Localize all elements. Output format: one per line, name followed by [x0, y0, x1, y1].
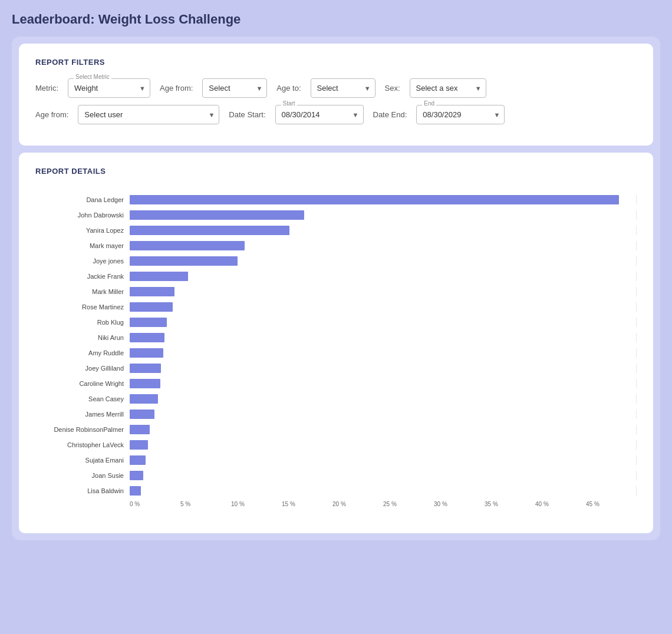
bar-label: Joye jones: [35, 257, 130, 265]
bar-label: Amy Ruddle: [35, 349, 130, 356]
bar-fill: [130, 379, 160, 388]
x-axis: 0 %5 %10 %15 %20 %25 %30 %35 %40 %45 %: [130, 501, 637, 507]
bar-label: Mark Miller: [35, 288, 130, 295]
metric-label: Metric:: [35, 84, 58, 93]
bar-track: [130, 410, 637, 419]
bar-row: Dana Ledger: [35, 193, 637, 206]
bar-fill: [130, 410, 154, 419]
bar-label: Niki Arun: [35, 334, 130, 341]
bar-row: Amy Ruddle: [35, 346, 637, 359]
bar-track: [130, 394, 637, 404]
bar-fill: [130, 241, 245, 250]
bar-track: [130, 226, 637, 235]
user-select[interactable]: Select user: [78, 105, 219, 124]
bar-track: [130, 425, 637, 434]
bar-track: [130, 318, 637, 327]
bar-fill: [130, 364, 161, 373]
x-tick-label: 35 %: [485, 501, 535, 507]
bar-label: Dana Ledger: [35, 196, 130, 203]
x-tick-label: 5 %: [180, 501, 231, 507]
date-end-select[interactable]: 08/30/2029: [416, 105, 505, 124]
bar-fill: [130, 348, 163, 358]
bar-row: Sujata Emani: [35, 454, 637, 467]
bar-label: Joey Gilliland: [35, 365, 130, 372]
chart-area: Dana LedgerJohn DabrowskiYanira LopezMar…: [35, 187, 637, 519]
date-end-float-label: End: [422, 100, 436, 107]
age-from-select[interactable]: Select: [202, 78, 267, 98]
bar-track: [130, 272, 637, 281]
bar-fill: [130, 333, 164, 342]
age-to-select-wrap: Select ▼: [311, 78, 375, 98]
details-title: REPORT DETAILS: [35, 167, 637, 176]
metric-select[interactable]: Weight: [68, 78, 150, 98]
bar-row: Christopher LaVeck: [35, 438, 637, 451]
metric-float-label: Select Metric: [74, 74, 111, 80]
bar-label: Lisa Baldwin: [35, 487, 130, 494]
bar-track: [130, 287, 637, 296]
bar-row: Yanira Lopez: [35, 224, 637, 237]
date-start-label: Date Start:: [229, 110, 265, 119]
bar-label: Rob Klug: [35, 319, 130, 326]
bar-fill: [130, 455, 146, 465]
bar-fill: [130, 302, 173, 312]
bar-track: [130, 302, 637, 312]
bar-row: Sean Casey: [35, 392, 637, 405]
age-to-select[interactable]: Select: [311, 78, 375, 98]
user-select-wrap: Select user ▼: [78, 105, 219, 124]
metric-select-wrap: Select Metric Weight ▼: [68, 78, 150, 98]
bar-fill: [130, 272, 188, 281]
x-tick-label: 10 %: [231, 501, 282, 507]
details-card: REPORT DETAILS Dana LedgerJohn Dabrowski…: [19, 153, 653, 533]
bar-label: Joan Susie: [35, 472, 130, 479]
age-from-label: Age from:: [160, 84, 193, 93]
bar-row: Niki Arun: [35, 331, 637, 344]
bar-label: Caroline Wright: [35, 380, 130, 387]
bar-track: [130, 379, 637, 388]
bar-track: [130, 256, 637, 266]
bar-label: Sean Casey: [35, 395, 130, 402]
bar-track: [130, 210, 637, 220]
bar-row: Mark Miller: [35, 285, 637, 298]
x-tick-label: 20 %: [332, 501, 383, 507]
bar-fill: [130, 287, 174, 296]
age-to-label: Age to:: [276, 84, 301, 93]
bar-row: James Merrill: [35, 408, 637, 421]
page-title: Leaderboard: Weight Loss Challenge: [12, 12, 660, 27]
bar-fill: [130, 486, 141, 496]
bar-fill: [130, 394, 158, 404]
bar-label: Denise RobinsonPalmer: [35, 426, 130, 433]
filters-card: REPORT FILTERS Metric: Select Metric Wei…: [19, 44, 653, 146]
x-tick-label: 45 %: [586, 501, 637, 507]
bar-row: Joye jones: [35, 255, 637, 268]
bar-fill: [130, 210, 304, 220]
bar-row: Rob Klug: [35, 316, 637, 329]
bar-label: James Merrill: [35, 411, 130, 418]
bar-track: [130, 333, 637, 342]
x-tick-label: 30 %: [434, 501, 485, 507]
bar-fill: [130, 440, 148, 450]
bar-label: Mark mayer: [35, 242, 130, 249]
sex-select[interactable]: Select a sex: [410, 78, 486, 98]
bar-track: [130, 455, 637, 465]
bar-row: Rose Martinez: [35, 301, 637, 313]
bar-label: Yanira Lopez: [35, 227, 130, 234]
age-from-select-wrap: Select ▼: [202, 78, 267, 98]
user-label: Age from:: [35, 110, 68, 119]
filter-row-2: Age from: Select user ▼ Date Start: Star…: [35, 105, 637, 124]
date-start-select[interactable]: 08/30/2014: [275, 105, 364, 124]
bar-row: Lisa Baldwin: [35, 484, 637, 497]
bar-row: Caroline Wright: [35, 377, 637, 390]
bar-label: John Dabrowski: [35, 212, 130, 219]
x-tick-label: 25 %: [383, 501, 434, 507]
bar-track: [130, 195, 637, 204]
x-tick-label: 15 %: [282, 501, 332, 507]
bar-row: Joey Gilliland: [35, 362, 637, 375]
bar-fill: [130, 425, 150, 434]
bar-fill: [130, 256, 238, 266]
bar-track: [130, 364, 637, 373]
bar-row: Joan Susie: [35, 469, 637, 482]
x-tick-label: 0 %: [130, 501, 180, 507]
bar-row: Denise RobinsonPalmer: [35, 423, 637, 436]
bar-row: Mark mayer: [35, 239, 637, 252]
bar-track: [130, 471, 637, 480]
